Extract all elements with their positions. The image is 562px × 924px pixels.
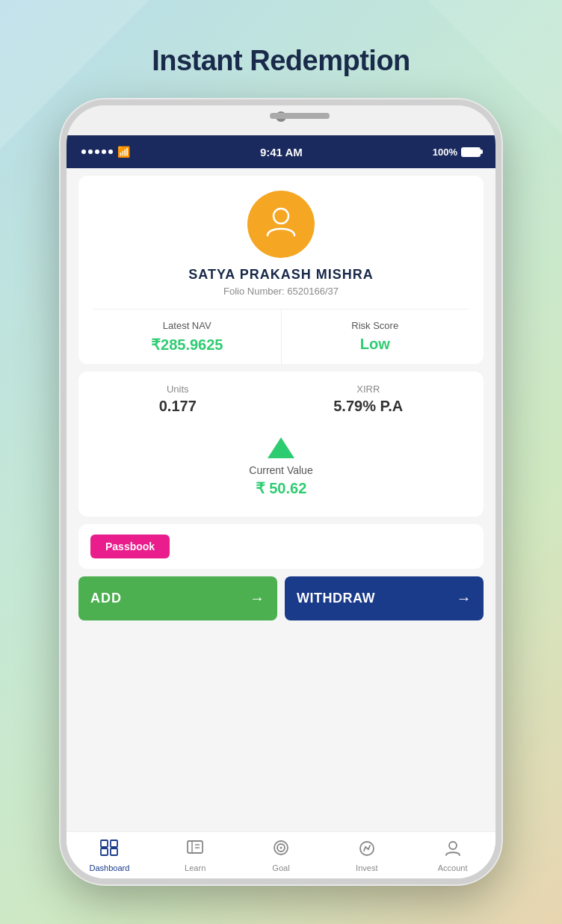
units-xirr-row: Units 0.177 XIRR 5.79% P.A [90, 384, 472, 415]
nav-item-account[interactable]: Account [430, 840, 475, 872]
units-stat: Units 0.177 [159, 384, 197, 415]
svg-rect-5 [188, 841, 203, 853]
risk-stat: Risk Score Low [282, 309, 469, 364]
risk-label: Risk Score [289, 320, 462, 331]
withdraw-arrow-icon: → [457, 590, 472, 607]
action-buttons: ADD → WITHDRAW → [78, 576, 484, 620]
svg-rect-2 [111, 840, 117, 847]
status-right: 100% [433, 147, 481, 158]
nav-value: ₹285.9625 [101, 336, 274, 354]
page-title: Instant Redemption [152, 45, 410, 77]
svg-point-11 [280, 847, 282, 849]
svg-point-0 [274, 209, 288, 224]
nav-item-learn[interactable]: Learn [173, 840, 217, 872]
units-label: Units [159, 384, 197, 395]
withdraw-label: WITHDRAW [297, 591, 375, 606]
wifi-icon: 📶 [117, 146, 130, 158]
phone-top-bezel [67, 105, 495, 135]
current-value-label: Current Value [249, 464, 312, 476]
passbook-tab[interactable]: Passbook [90, 535, 170, 558]
nav-learn-label: Learn [185, 863, 206, 872]
dashboard-icon [100, 840, 118, 860]
status-time: 9:41 AM [260, 146, 303, 158]
xirr-value: 5.79% P.A [333, 398, 403, 415]
folio-number: Folio Number: 6520166/37 [223, 286, 339, 297]
goal-icon [272, 840, 290, 860]
current-value-amount: ₹ 50.62 [256, 479, 307, 497]
status-left: 📶 [81, 146, 130, 158]
bottom-nav: Dashboard Learn [67, 831, 495, 878]
nav-stat: Latest NAV ₹285.9625 [93, 309, 282, 364]
nav-label: Latest NAV [101, 320, 274, 331]
nav-account-label: Account [438, 863, 468, 872]
xirr-stat: XIRR 5.79% P.A [333, 384, 403, 415]
phone-frame: 📶 9:41 AM 100% SATYA PRAKASH MISHRA Fo [61, 99, 501, 884]
passbook-row: Passbook [78, 524, 484, 569]
passbook-tab-label: Passbook [105, 540, 155, 552]
nav-item-invest[interactable]: Invest [345, 840, 389, 872]
nav-item-goal[interactable]: Goal [259, 840, 303, 872]
status-bar: 📶 9:41 AM 100% [67, 135, 495, 168]
nav-goal-label: Goal [272, 863, 289, 872]
svg-rect-4 [111, 848, 117, 855]
user-icon [264, 204, 298, 245]
add-button[interactable]: ADD → [78, 576, 277, 620]
signal-dots [81, 150, 113, 154]
add-label: ADD [90, 591, 122, 606]
profile-card: SATYA PRAKASH MISHRA Folio Number: 65201… [78, 176, 484, 364]
risk-value: Low [289, 336, 462, 353]
battery-fill [463, 149, 479, 155]
invest-icon [358, 840, 376, 860]
svg-point-12 [449, 842, 457, 849]
svg-rect-1 [101, 840, 108, 847]
withdraw-button[interactable]: WITHDRAW → [285, 576, 484, 620]
avatar [247, 191, 315, 258]
units-card: Units 0.177 XIRR 5.79% P.A Current Value… [78, 372, 484, 517]
battery-percent: 100% [433, 147, 457, 158]
current-value-section: Current Value ₹ 50.62 [90, 430, 472, 505]
nav-dashboard-label: Dashboard [89, 863, 129, 872]
account-icon [444, 840, 462, 860]
nav-invest-label: Invest [356, 863, 377, 872]
nav-item-dashboard[interactable]: Dashboard [87, 840, 132, 872]
add-arrow-icon: → [250, 590, 265, 607]
svg-rect-3 [101, 848, 108, 855]
phone-speaker [270, 113, 330, 119]
units-value: 0.177 [159, 398, 197, 415]
user-name: SATYA PRAKASH MISHRA [188, 267, 373, 283]
nav-risk-row: Latest NAV ₹285.9625 Risk Score Low [93, 309, 469, 364]
learn-icon [186, 840, 204, 860]
phone-content: SATYA PRAKASH MISHRA Folio Number: 65201… [67, 168, 495, 878]
xirr-label: XIRR [333, 384, 403, 395]
trend-up-icon [268, 437, 294, 458]
battery-icon [461, 147, 481, 157]
